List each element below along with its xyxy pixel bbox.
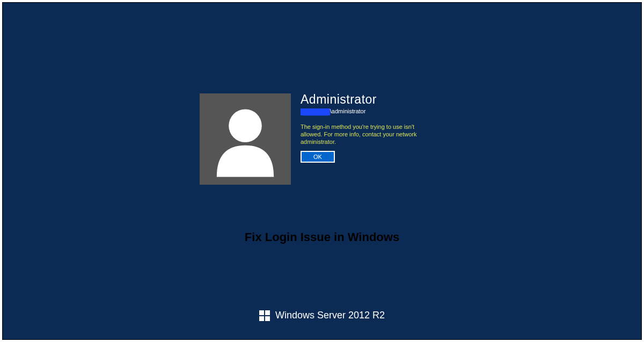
ok-button[interactable]: OK: [301, 151, 335, 163]
error-message: The sign-in method you're trying to use …: [301, 123, 435, 145]
windows-logo-icon: [259, 310, 270, 321]
domain-line: ██████\administrator: [301, 108, 435, 115]
domain-suffix: \administrator: [330, 108, 366, 114]
lock-screen: Administrator ██████\administrator The s…: [9, 10, 635, 332]
domain-redacted: ██████: [301, 108, 330, 115]
user-avatar: [200, 93, 291, 185]
svg-rect-2: [265, 310, 270, 315]
username-label: Administrator: [301, 92, 435, 107]
window-frame: Administrator ██████\administrator The s…: [2, 2, 642, 340]
person-icon: [208, 100, 283, 178]
login-info: Administrator ██████\administrator The s…: [301, 93, 435, 185]
brand-text: Windows Server 2012 R2: [275, 310, 385, 321]
login-container: Administrator ██████\administrator The s…: [200, 93, 435, 185]
svg-rect-4: [265, 316, 270, 321]
svg-point-0: [229, 109, 262, 142]
svg-rect-1: [259, 310, 264, 315]
footer-brand: Windows Server 2012 R2: [9, 310, 635, 321]
svg-rect-3: [259, 316, 264, 321]
overlay-caption: Fix Login Issue in Windows: [9, 230, 635, 244]
